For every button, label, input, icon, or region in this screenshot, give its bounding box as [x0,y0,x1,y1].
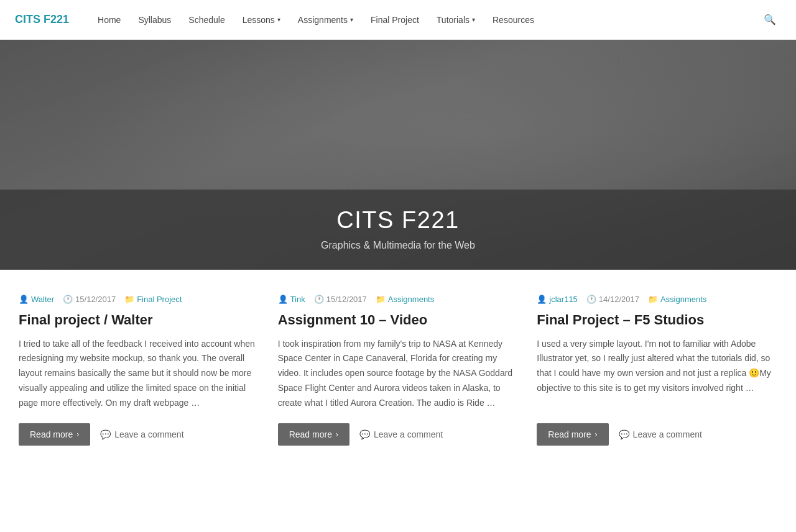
card-0: 👤 Walter 🕐 15/12/2017 📁 Final Project Fi… [19,295,259,446]
category-meta-1: 📁 Assignments [376,295,434,304]
card-footer-2: Read more › 💬 Leave a comment [537,423,777,446]
card-1: 👤 Tink 🕐 15/12/2017 📁 Assignments Assign… [278,295,519,446]
chevron-down-icon: ▾ [277,16,280,23]
comment-icon: 💬 [619,429,629,439]
clock-icon: 🕐 [314,295,324,304]
date-label-0: 15/12/2017 [75,295,116,304]
nav-link-home[interactable]: Home [89,0,129,40]
author-meta-2: 👤 jclar115 [537,295,578,304]
nav-brand[interactable]: CITS F221 [15,13,69,26]
author-icon: 👤 [537,295,547,304]
nav-link-schedule[interactable]: Schedule [180,0,233,40]
category-meta-0: 📁 Final Project [124,295,182,304]
date-meta-1: 🕐 15/12/2017 [314,295,367,304]
card-2: 👤 jclar115 🕐 14/12/2017 📁 Assignments Fi… [537,295,777,446]
comment-icon: 💬 [359,429,370,439]
folder-icon: 📁 [124,295,134,304]
card-footer-0: Read more › 💬 Leave a comment [19,423,259,446]
nav-link-lessons[interactable]: Lessons▾ [234,0,289,40]
clock-icon: 🕐 [586,295,596,304]
nav-link-final-project[interactable]: Final Project [362,0,428,40]
leave-comment-link-0[interactable]: 💬 Leave a comment [100,429,183,439]
category-link-2[interactable]: Assignments [660,295,706,304]
card-excerpt-1: I took inspiration from my family's trip… [278,337,519,411]
hero-section: CITS F221 Graphics & Multimedia for the … [0,40,796,270]
main-nav: CITS F221 HomeSyllabusScheduleLessons▾As… [0,0,796,40]
card-meta-1: 👤 Tink 🕐 15/12/2017 📁 Assignments [278,295,519,304]
author-meta-1: 👤 Tink [278,295,305,304]
card-footer-1: Read more › 💬 Leave a comment [278,423,519,446]
date-meta-2: 🕐 14/12/2017 [586,295,639,304]
read-more-chevron-icon: › [336,430,338,439]
date-label-1: 15/12/2017 [326,295,367,304]
category-link-1[interactable]: Assignments [388,295,434,304]
nav-link-assignments[interactable]: Assignments▾ [289,0,362,40]
nav-link-syllabus[interactable]: Syllabus [129,0,180,40]
leave-comment-link-2[interactable]: 💬 Leave a comment [619,429,702,439]
author-link-2[interactable]: jclar115 [549,295,578,304]
category-link-0[interactable]: Final Project [137,295,182,304]
card-excerpt-2: I used a very simple layout. I'm not to … [537,337,777,411]
author-icon: 👤 [278,295,288,304]
read-more-button-2[interactable]: Read more › [537,423,608,446]
date-label-2: 14/12/2017 [599,295,639,304]
author-link-0[interactable]: Walter [31,295,54,304]
date-meta-0: 🕐 15/12/2017 [63,295,116,304]
hero-subtitle: Graphics & Multimedia for the Web [0,240,796,251]
nav-link-resources[interactable]: Resources [484,0,543,40]
hero-content: CITS F221 Graphics & Multimedia for the … [0,190,796,270]
card-title-1: Assignment 10 – Video [278,311,519,329]
category-meta-2: 📁 Assignments [648,295,706,304]
cards-grid: 👤 Walter 🕐 15/12/2017 📁 Final Project Fi… [6,270,790,483]
read-more-chevron-icon: › [76,430,79,439]
author-icon: 👤 [19,295,29,304]
nav-links: HomeSyllabusScheduleLessons▾Assignments▾… [89,0,759,40]
folder-icon: 📁 [648,295,658,304]
card-meta-0: 👤 Walter 🕐 15/12/2017 📁 Final Project [19,295,259,304]
search-icon[interactable]: 🔍 [759,9,781,30]
author-meta-0: 👤 Walter [19,295,54,304]
nav-link-tutorials[interactable]: Tutorials▾ [428,0,484,40]
folder-icon: 📁 [376,295,386,304]
author-link-1[interactable]: Tink [290,295,305,304]
card-meta-2: 👤 jclar115 🕐 14/12/2017 📁 Assignments [537,295,777,304]
chevron-down-icon: ▾ [472,16,475,23]
read-more-chevron-icon: › [595,430,598,439]
card-title-0: Final project / Walter [19,311,259,329]
card-excerpt-0: I tried to take all of the feedback I re… [19,337,259,411]
card-title-2: Final Project – F5 Studios [537,311,777,329]
chevron-down-icon: ▾ [350,16,353,23]
read-more-button-1[interactable]: Read more › [278,423,349,446]
clock-icon: 🕐 [63,295,73,304]
hero-title: CITS F221 [0,207,796,234]
read-more-button-0[interactable]: Read more › [19,423,90,446]
comment-icon: 💬 [100,429,111,439]
leave-comment-link-1[interactable]: 💬 Leave a comment [359,429,443,439]
